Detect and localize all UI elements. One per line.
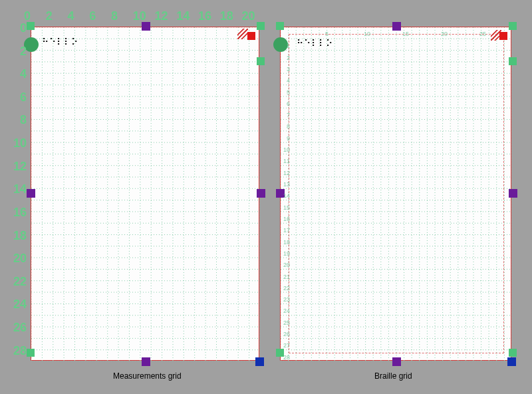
ruler-left-label: 24 xyxy=(282,307,290,314)
ruler-top-label: 5 xyxy=(325,31,329,47)
ruler-left-label: 10 xyxy=(282,146,290,153)
ruler-left-label: 24 xyxy=(11,297,27,311)
ruler-top-label: 8 xyxy=(111,9,118,25)
ruler-top-label: 4 xyxy=(68,9,74,25)
ruler-left-label: 7 xyxy=(282,112,290,118)
ruler-left-label: 17 xyxy=(282,227,290,234)
ruler-top-label: 18 xyxy=(220,9,233,25)
ruler-left-label: 6 xyxy=(282,100,290,107)
panel-braille: ⠓⠑⠇⠇⠕ xyxy=(280,27,511,361)
ruler-top-label: 6 xyxy=(89,9,96,25)
handle-top-left[interactable] xyxy=(276,22,284,30)
ruler-left-label: 12 xyxy=(282,170,290,176)
ruler-left-label: 3 xyxy=(282,66,290,73)
ruler-left-label: 8 xyxy=(11,113,27,127)
ruler-top-label: 10 xyxy=(133,9,146,25)
handle-bottom-right-green[interactable] xyxy=(509,349,517,357)
handle-top-right[interactable] xyxy=(257,22,265,30)
handle-bottom-right[interactable] xyxy=(507,357,516,366)
handle-corner-red[interactable] xyxy=(247,32,255,40)
ruler-left-label: 12 xyxy=(11,160,27,174)
ruler-left-label: 26 xyxy=(11,321,27,335)
handle-right-upper[interactable] xyxy=(509,57,517,65)
ruler-left-label: 21 xyxy=(282,274,290,280)
ruler-top-label: 2 xyxy=(46,9,53,25)
handle-bottom-right[interactable] xyxy=(255,357,264,366)
ruler-left-label: 1 xyxy=(282,43,290,49)
handle-top-mid[interactable] xyxy=(392,22,401,31)
ruler-top-label: 20 xyxy=(441,31,448,47)
grid-measurements xyxy=(31,27,260,361)
ruler-left-label: 13 xyxy=(282,181,290,188)
ruler-left-label: 4 xyxy=(282,77,290,84)
ruler-left-label: 8 xyxy=(282,123,290,130)
ruler-left-label: 2 xyxy=(11,45,27,59)
canvas-measurements[interactable]: ⠓⠑⠇⠇⠕ xyxy=(31,27,259,361)
ruler-left-label: 14 xyxy=(282,192,290,199)
ruler-left-label: 18 xyxy=(11,229,27,243)
ruler-left-label: 20 xyxy=(11,252,27,266)
corner-diagonal-icon xyxy=(237,29,248,39)
handle-right-mid[interactable] xyxy=(509,189,517,198)
ruler-left-label: 23 xyxy=(282,296,290,303)
handle-bottom-mid[interactable] xyxy=(392,357,401,366)
ruler-top-label: 12 xyxy=(155,9,168,25)
panel-measurements: ⠓⠑⠇⠇⠕ xyxy=(31,27,259,361)
ruler-left-label: 28 xyxy=(282,354,290,361)
canvas-braille[interactable]: ⠓⠑⠇⠇⠕ xyxy=(280,27,511,361)
ruler-top-label: 14 xyxy=(176,9,190,25)
ruler-left-label: 27 xyxy=(282,342,290,349)
ruler-left-label: 22 xyxy=(282,285,290,292)
ruler-left-label: 0 xyxy=(11,21,27,35)
ruler-left-label: 11 xyxy=(282,158,290,164)
ruler-left-label: 26 xyxy=(282,331,290,337)
ruler-left-label: 16 xyxy=(282,216,290,222)
ruler-top-label: 20 xyxy=(242,9,255,25)
ruler-left-label: 4 xyxy=(11,67,27,81)
ruler-left-label: 18 xyxy=(282,239,290,246)
ruler-left-label: 5 xyxy=(282,89,290,96)
handle-top-right[interactable] xyxy=(509,22,517,30)
handle-right-mid[interactable] xyxy=(257,189,265,198)
ruler-top-label: 10 xyxy=(364,31,370,47)
ruler-top-label: 25 xyxy=(479,31,486,47)
handle-bottom-mid[interactable] xyxy=(142,357,150,366)
ruler-left-label: 2 xyxy=(282,55,290,61)
ruler-left-label: 25 xyxy=(282,319,290,326)
caption-measurements: Measurements grid xyxy=(113,371,182,381)
handle-corner-red[interactable] xyxy=(499,32,507,40)
ruler-left-label: 16 xyxy=(11,206,27,220)
handle-left-mid[interactable] xyxy=(27,189,35,198)
ruler-left-label: 6 xyxy=(11,91,27,104)
caption-braille: Braille grid xyxy=(374,371,412,381)
print-margin xyxy=(289,34,504,353)
ruler-left-label: 20 xyxy=(282,262,290,268)
ruler-left-label: 22 xyxy=(11,275,27,289)
ruler-left-label: 19 xyxy=(282,250,290,257)
ruler-left-label: 9 xyxy=(282,135,290,142)
handle-right-upper[interactable] xyxy=(257,57,265,65)
handle-bottom-left[interactable] xyxy=(27,349,35,357)
ruler-top-label: 16 xyxy=(198,9,211,25)
ruler-left-label: 15 xyxy=(282,204,290,211)
ruler-left-label: 10 xyxy=(11,136,27,150)
braille-sample-text: ⠓⠑⠇⠇⠕ xyxy=(42,37,78,47)
ruler-top-label: 15 xyxy=(402,31,409,47)
ruler-left-label: 14 xyxy=(11,182,27,196)
ruler-left-label: 28 xyxy=(11,344,27,358)
